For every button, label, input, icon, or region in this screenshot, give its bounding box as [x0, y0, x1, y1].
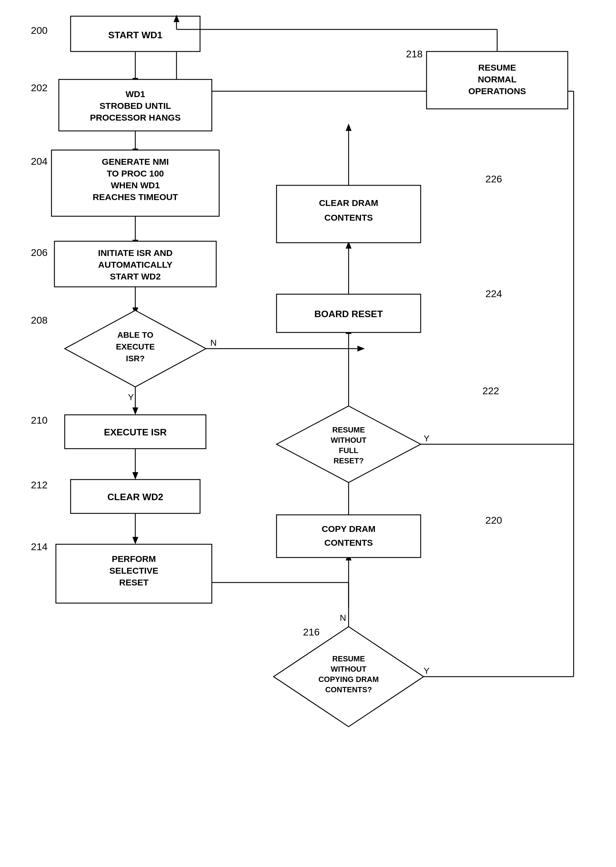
svg-text:CONTENTS?: CONTENTS? [325, 685, 372, 694]
svg-text:GENERATE NMI: GENERATE NMI [102, 157, 169, 166]
ref-208: 208 [31, 314, 48, 326]
svg-text:ABLE TO: ABLE TO [117, 330, 153, 339]
ref-210: 210 [31, 415, 48, 426]
svg-text:PERFORM: PERFORM [112, 554, 156, 564]
svg-text:INITIATE ISR AND: INITIATE ISR AND [98, 248, 172, 258]
ref-216: 216 [303, 626, 320, 638]
svg-text:ISR?: ISR? [126, 354, 145, 363]
ref-218: 218 [406, 48, 423, 60]
ref-224: 224 [486, 288, 502, 299]
ref-200: 200 [31, 25, 48, 36]
ref-222: 222 [482, 385, 499, 396]
label-y3: Y [424, 433, 429, 443]
svg-text:RESUME: RESUME [332, 426, 365, 434]
ref-214: 214 [31, 541, 48, 552]
svg-text:COPY DRAM: COPY DRAM [322, 524, 376, 534]
svg-text:EXECUTE ISR: EXECUTE ISR [104, 427, 167, 437]
svg-text:AUTOMATICALLY: AUTOMATICALLY [98, 260, 173, 270]
svg-text:RESET?: RESET? [333, 456, 364, 465]
ref-206: 206 [31, 247, 48, 258]
svg-text:EXECUTE: EXECUTE [116, 342, 155, 351]
svg-text:SELECTIVE: SELECTIVE [110, 566, 159, 575]
svg-text:COPYING DRAM: COPYING DRAM [318, 675, 379, 684]
ref-202: 202 [31, 82, 48, 93]
svg-text:CLEAR DRAM: CLEAR DRAM [319, 198, 378, 208]
node-200-text: START WD1 [108, 30, 162, 40]
svg-text:WITHOUT: WITHOUT [331, 436, 366, 444]
svg-text:PROCESSOR HANGS: PROCESSOR HANGS [90, 113, 181, 123]
svg-text:REACHES TIMEOUT: REACHES TIMEOUT [93, 192, 178, 202]
svg-text:STROBED UNTIL: STROBED UNTIL [99, 101, 171, 111]
label-y2: Y [424, 666, 429, 675]
svg-text:WHEN WD1: WHEN WD1 [111, 181, 160, 190]
ref-212: 212 [31, 479, 48, 490]
svg-text:TO PROC 100: TO PROC 100 [107, 168, 164, 178]
svg-text:CONTENTS: CONTENTS [324, 213, 373, 222]
ref-226: 226 [486, 173, 502, 184]
svg-text:RESET: RESET [119, 578, 149, 587]
svg-text:START WD2: START WD2 [110, 272, 161, 281]
label-n1: N [211, 338, 217, 347]
svg-text:RESUME: RESUME [332, 654, 365, 663]
svg-text:RESUME: RESUME [478, 63, 516, 72]
svg-text:CLEAR WD2: CLEAR WD2 [107, 492, 163, 502]
svg-text:OPERATIONS: OPERATIONS [468, 86, 526, 96]
ref-220: 220 [486, 515, 502, 526]
svg-text:FULL: FULL [339, 446, 358, 455]
label-y1: Y [128, 392, 134, 402]
svg-text:WITHOUT: WITHOUT [331, 664, 366, 674]
label-n2: N [340, 613, 346, 622]
ref-204: 204 [31, 155, 48, 167]
svg-text:NORMAL: NORMAL [478, 74, 517, 84]
svg-text:CONTENTS: CONTENTS [324, 538, 373, 548]
node-202-text: WD1 [126, 89, 145, 99]
node-220-rect [277, 515, 421, 558]
svg-text:BOARD RESET: BOARD RESET [314, 309, 383, 319]
